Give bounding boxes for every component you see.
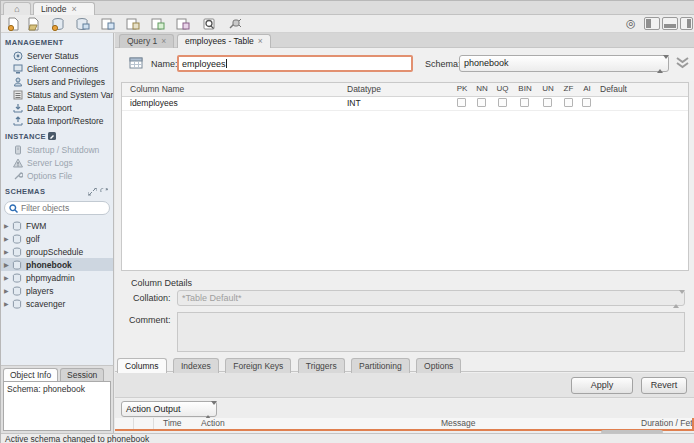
header-column-name[interactable]: Column Name [130,84,184,94]
collation-select[interactable]: *Table Default* [177,290,685,306]
create-function-button[interactable] [148,16,166,32]
expand-arrow-icon[interactable]: ▶ [4,222,12,229]
search-table-data-button[interactable] [200,16,218,32]
expand-schemas-icon[interactable] [88,188,97,196]
schema-tree-item-fwm[interactable]: ▶FWM [1,219,113,232]
tab-session[interactable]: Session [60,368,104,381]
schema-tree-item-phonebook[interactable]: ▶phonebook [1,258,113,271]
header-time[interactable]: Time [163,418,182,428]
schema-tree-item-golf[interactable]: ▶golf [1,232,113,245]
connection-status-icon[interactable]: ◎ [626,17,636,30]
schema-tree-item-groupschedule[interactable]: ▶groupSchedule [1,245,113,258]
header-uq[interactable]: UQ [492,84,513,97]
sidebar-item-client-connections[interactable]: Client Connections [1,62,113,75]
sidebar-item-server-logs[interactable]: Server Logs [1,156,113,169]
sidebar-item-options-file[interactable]: Options File [1,169,113,182]
columns-grid-header: Column Name Datatype PK NN UQ BIN UN ZF … [122,83,688,97]
toggle-output-area-button[interactable] [662,17,678,30]
connection-tab[interactable]: Linode× [33,2,95,15]
open-sql-script-button[interactable] [24,16,42,32]
schema-filter-box [4,201,110,215]
tab-foreign-keys[interactable]: Foreign Keys [225,358,291,373]
schema-icon [12,247,22,257]
header-default[interactable]: Default [600,84,627,94]
object-info-panel: Object Info Session Schema: phonebook [1,365,114,433]
tab-triggers[interactable]: Triggers [298,358,345,373]
header-zf[interactable]: ZF [559,84,578,97]
cell-column-name[interactable]: idemployees [130,98,178,108]
expand-arrow-icon[interactable]: ▶ [4,287,12,294]
header-ai[interactable]: AI [578,84,596,97]
sidebar-item-server-status[interactable]: Server Status [1,49,113,62]
server-logs-icon [13,158,23,168]
new-query-tab-button[interactable] [4,16,22,32]
tab-partitioning[interactable]: Partitioning [351,358,410,373]
create-stored-procedure-button[interactable] [123,16,141,32]
schema-tree-item-players[interactable]: ▶players [1,284,113,297]
checkbox-bin[interactable] [520,98,529,107]
column-row-idemployees[interactable]: idemployees INT [122,97,688,111]
sidebar-item-status-system-variables[interactable]: Status and System Variables [1,88,113,101]
header-message[interactable]: Message [441,418,476,428]
expand-arrow-icon[interactable]: ▶ [4,248,12,255]
sidebar-item-users-privileges[interactable]: Users and Privileges [1,75,113,88]
header-bin[interactable]: BIN [513,84,537,97]
sidebar-item-startup-shutdown[interactable]: Startup / Shutdown [1,143,113,156]
revert-button[interactable]: Revert [641,377,687,394]
schema-icon [12,260,22,270]
create-table-button[interactable] [73,16,91,32]
sidebar-item-data-export[interactable]: Data Export [1,101,113,114]
header-action[interactable]: Action [201,418,225,428]
create-schema-button[interactable] [49,16,67,32]
filter-search-icon [9,204,18,213]
schema-filter-input[interactable] [21,203,101,213]
cell-datatype[interactable]: INT [347,98,361,108]
toggle-secondary-sidebar-button[interactable] [680,17,693,30]
header-datatype[interactable]: Datatype [347,84,381,94]
schema-tree-item-phpmyadmin[interactable]: ▶phpmyadmin [1,271,113,284]
close-icon[interactable]: × [161,36,166,46]
checkbox-un[interactable] [543,98,552,107]
sidebar-item-data-import[interactable]: Data Import/Restore [1,114,113,127]
toggle-sidebar-fill [646,19,651,28]
table-name-input[interactable]: employees [177,55,413,72]
schema-select[interactable]: phonebook [459,55,669,72]
checkbox-zf[interactable] [564,98,573,107]
tab-indexes[interactable]: Indexes [173,358,219,373]
close-icon[interactable]: × [258,36,263,46]
tab-options[interactable]: Options [416,358,461,373]
schema-tree-item-scavenger[interactable]: ▶scavenger [1,297,113,310]
reconnect-dbms-button[interactable] [225,16,243,32]
apply-revert-bar: Apply Revert [115,373,694,398]
tab-query-1[interactable]: Query 1× [119,34,174,48]
home-tab[interactable]: ⌂ [3,2,31,15]
action-output-select[interactable]: Action Output [121,401,217,417]
header-duration-fetch[interactable]: Duration / Fetch [641,418,694,428]
checkbox-pk[interactable] [457,98,466,107]
expand-form-chevrons-icon[interactable] [675,56,690,70]
header-un[interactable]: UN [537,84,559,97]
header-pk[interactable]: PK [452,84,472,97]
expand-arrow-icon[interactable]: ▶ [4,300,12,307]
header-nn[interactable]: NN [472,84,492,97]
info-panel-tabs: Object Info Session [3,368,106,381]
column-divider [133,418,134,429]
close-icon[interactable]: × [72,4,77,14]
checkbox-nn[interactable] [477,98,486,107]
expand-arrow-icon[interactable]: ▶ [4,235,12,242]
apply-button[interactable]: Apply [571,377,633,394]
columns-grid: Column Name Datatype PK NN UQ BIN UN ZF … [121,82,689,271]
collation-label: Collation: [133,293,171,303]
create-routine-group-button[interactable] [173,16,191,32]
tab-employees-table[interactable]: employees - Table× [177,34,271,48]
checkbox-uq[interactable] [498,98,507,107]
create-view-button[interactable] [98,16,116,32]
tab-columns[interactable]: Columns [117,358,167,373]
tab-object-info[interactable]: Object Info [3,368,58,381]
expand-arrow-icon[interactable]: ▶ [4,274,12,281]
refresh-schemas-icon[interactable] [100,188,109,196]
expand-arrow-icon[interactable]: ▶ [4,261,12,268]
toggle-sidebar-button[interactable] [644,17,660,30]
comment-textarea[interactable] [177,312,685,352]
checkbox-ai[interactable] [582,98,591,107]
